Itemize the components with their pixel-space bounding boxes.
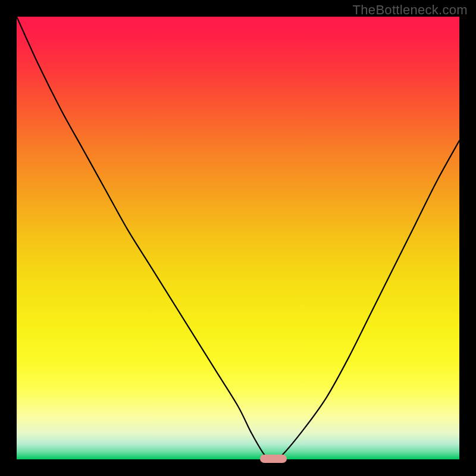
- optimum-marker: [260, 455, 287, 463]
- plot-svg: [17, 17, 459, 459]
- plot-area: [17, 17, 459, 459]
- gradient-rect: [17, 17, 459, 459]
- watermark-text: TheBottleneck.com: [353, 2, 468, 18]
- chart-frame: TheBottleneck.com: [0, 0, 476, 476]
